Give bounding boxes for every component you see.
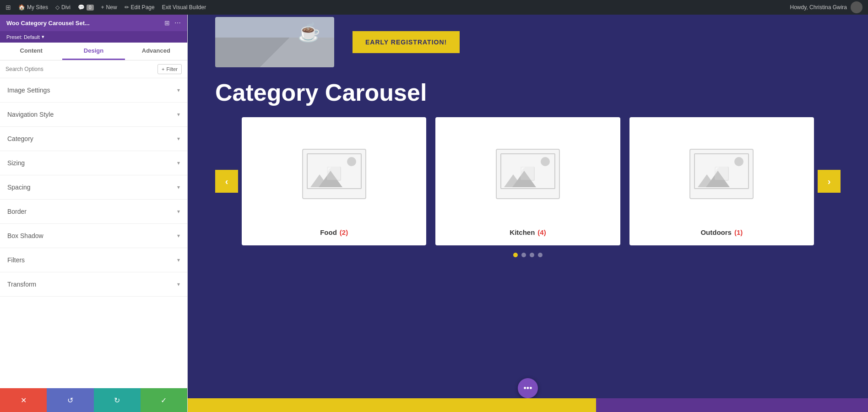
placeholder-icon-3 bbox=[689, 149, 754, 199]
chevron-down-icon: ▾ bbox=[177, 87, 180, 93]
search-bar: + Filter bbox=[0, 60, 187, 78]
undo-icon: ↺ bbox=[67, 396, 73, 405]
dots-icon: ••• bbox=[524, 384, 532, 393]
preset-bar[interactable]: Preset: Default ▾ bbox=[0, 31, 187, 43]
more-icon[interactable]: ⋯ bbox=[174, 19, 181, 27]
accordion-header-image-settings[interactable]: Image Settings ▾ bbox=[0, 78, 187, 102]
my-sites-link[interactable]: 🏠 My Sites bbox=[18, 4, 48, 11]
undo-button[interactable]: ↺ bbox=[47, 388, 93, 412]
bottom-toolbar: ✕ ↺ ↻ ✓ bbox=[0, 388, 187, 412]
accordion-header-category[interactable]: Category ▾ bbox=[0, 127, 187, 151]
card-label-1: Food (2) bbox=[320, 228, 348, 236]
sidebar: Woo Category Carousel Set... ⊞ ⋯ Preset:… bbox=[0, 15, 188, 412]
edit-page-link[interactable]: ✏ Edit Page bbox=[125, 4, 155, 11]
redo-button[interactable]: ↻ bbox=[94, 388, 141, 412]
save-button[interactable]: ✓ bbox=[141, 388, 187, 412]
carousel-cards: Food (2) Kitchen bbox=[233, 117, 823, 245]
card-label-2: Kitchen (4) bbox=[510, 228, 546, 236]
accordion-box-shadow: Box Shadow ▾ bbox=[0, 224, 187, 248]
card-image-1 bbox=[251, 126, 417, 221]
comments-link[interactable]: 💬 0 bbox=[78, 4, 94, 11]
plus-icon: + bbox=[101, 4, 104, 11]
plus-icon: + bbox=[162, 66, 164, 72]
chevron-down-icon: ▾ bbox=[177, 257, 180, 263]
new-link[interactable]: + New bbox=[101, 4, 117, 11]
accordion-filters: Filters ▾ bbox=[0, 248, 187, 272]
placeholder-circle bbox=[347, 157, 356, 166]
edit-icon: ✏ bbox=[125, 4, 129, 11]
placeholder-mountain2 bbox=[319, 171, 342, 187]
sidebar-header: Woo Category Carousel Set... ⊞ ⋯ bbox=[0, 15, 187, 31]
accordion-border: Border ▾ bbox=[0, 200, 187, 224]
chevron-down-icon: ▾ bbox=[177, 281, 180, 287]
sidebar-tabs: Content Design Advanced bbox=[0, 43, 187, 60]
sidebar-header-icons: ⊞ ⋯ bbox=[164, 19, 181, 27]
chevron-down-icon: ▾ bbox=[177, 208, 180, 215]
accordion-header-spacing[interactable]: Spacing ▾ bbox=[0, 175, 187, 199]
chevron-down-icon: ▾ bbox=[177, 160, 180, 166]
dot-2[interactable] bbox=[521, 253, 526, 257]
admin-bar-right: Howdy, Christina Gwira bbox=[790, 1, 863, 13]
carousel-dots bbox=[215, 253, 841, 257]
preset-label: Preset: Default bbox=[6, 34, 40, 40]
placeholder-icon-1 bbox=[302, 149, 366, 199]
tab-content[interactable]: Content bbox=[0, 43, 62, 60]
placeholder-mountain2 bbox=[512, 171, 536, 187]
accordion-spacing: Spacing ▾ bbox=[0, 175, 187, 200]
accordion-header-border[interactable]: Border ▾ bbox=[0, 200, 187, 223]
cancel-button[interactable]: ✕ bbox=[0, 388, 47, 412]
accordion-header-navigation-style[interactable]: Navigation Style ▾ bbox=[0, 103, 187, 126]
hero-section: EARLY REGISTRATION! bbox=[188, 15, 868, 70]
module-title: Woo Category Carousel Set... bbox=[6, 20, 90, 27]
carousel-next-button[interactable]: › bbox=[818, 170, 841, 193]
accordion-header-transform[interactable]: Transform ▾ bbox=[0, 272, 187, 296]
wp-logo-icon[interactable]: ⊞ bbox=[5, 4, 11, 11]
carousel-card[interactable]: Outdoors (1) bbox=[629, 117, 814, 245]
admin-bar: ⊞ 🏠 My Sites ◇ Divi 💬 0 + New ✏ Edit Pag… bbox=[0, 0, 868, 15]
check-icon: ✓ bbox=[161, 396, 167, 405]
carousel-card[interactable]: Kitchen (4) bbox=[435, 117, 620, 245]
card-label-3: Outdoors (1) bbox=[700, 228, 743, 236]
accordion-header-filters[interactable]: Filters ▾ bbox=[0, 248, 187, 272]
comment-badge: 0 bbox=[87, 5, 94, 11]
accordion-sizing: Sizing ▾ bbox=[0, 151, 187, 175]
placeholder-mountain2 bbox=[706, 171, 730, 187]
accordion-image-settings: Image Settings ▾ bbox=[0, 78, 187, 103]
divi-icon: ◇ bbox=[55, 4, 60, 11]
exit-builder-link[interactable]: Exit Visual Builder bbox=[162, 4, 206, 11]
x-icon: ✕ bbox=[21, 396, 27, 405]
chevron-down-icon: ▾ bbox=[177, 111, 180, 118]
carousel-wrapper: ‹ Food (2) bbox=[215, 117, 841, 245]
carousel-prev-button[interactable]: ‹ bbox=[215, 170, 238, 193]
dot-1[interactable] bbox=[513, 253, 518, 257]
carousel-section: Category Carousel ‹ Food bbox=[188, 70, 868, 412]
accordion-category: Category ▾ bbox=[0, 127, 187, 151]
placeholder-circle bbox=[541, 157, 550, 166]
chevron-down-icon: ▾ bbox=[177, 184, 180, 190]
fab-button[interactable]: ••• bbox=[518, 378, 538, 398]
card-image-3 bbox=[639, 126, 805, 221]
dot-4[interactable] bbox=[538, 253, 542, 257]
carousel-card[interactable]: Food (2) bbox=[242, 117, 426, 245]
carousel-title: Category Carousel bbox=[215, 79, 841, 106]
accordion-header-box-shadow[interactable]: Box Shadow ▾ bbox=[0, 224, 187, 248]
tab-advanced[interactable]: Advanced bbox=[125, 43, 187, 60]
accordion-list: Image Settings ▾ Navigation Style ▾ Cate… bbox=[0, 78, 187, 388]
content-area: EARLY REGISTRATION! Category Carousel ‹ bbox=[188, 15, 868, 412]
filter-button[interactable]: + Filter bbox=[157, 64, 182, 74]
grid-icon[interactable]: ⊞ bbox=[164, 19, 170, 27]
house-icon: 🏠 bbox=[18, 4, 25, 11]
avatar[interactable] bbox=[851, 1, 863, 13]
divi-link[interactable]: ◇ Divi bbox=[55, 4, 71, 11]
accordion-transform: Transform ▾ bbox=[0, 272, 187, 297]
tab-design[interactable]: Design bbox=[62, 43, 125, 60]
chevron-down-icon: ▾ bbox=[177, 233, 180, 239]
accordion-header-sizing[interactable]: Sizing ▾ bbox=[0, 151, 187, 175]
placeholder-circle bbox=[734, 157, 743, 166]
hero-image bbox=[215, 17, 334, 67]
howdy-text: Howdy, Christina Gwira bbox=[790, 4, 847, 11]
dot-3[interactable] bbox=[530, 253, 534, 257]
cta-button[interactable]: EARLY REGISTRATION! bbox=[353, 31, 460, 53]
accordion-navigation-style: Navigation Style ▾ bbox=[0, 103, 187, 127]
search-input[interactable] bbox=[5, 66, 154, 72]
